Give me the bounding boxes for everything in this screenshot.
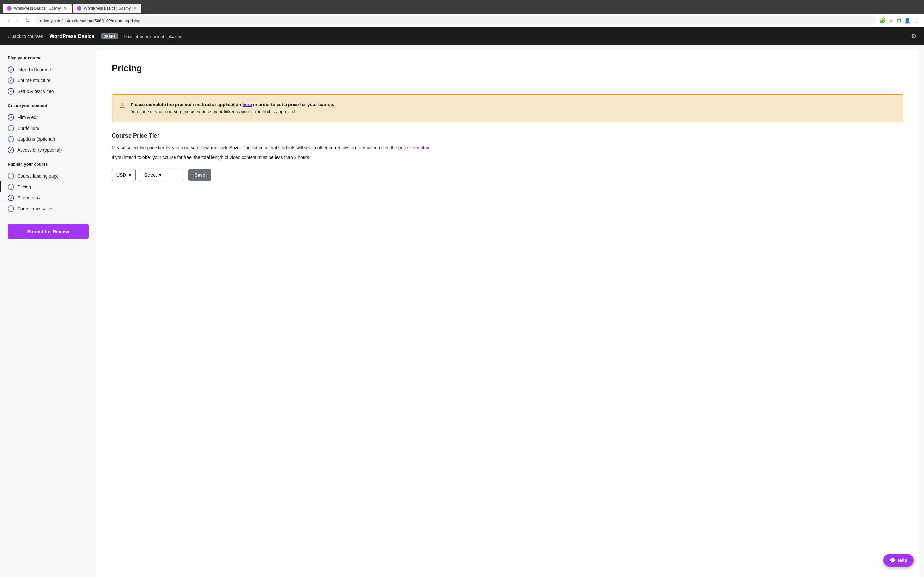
app-header: ‹ Back to courses WordPress Basics DRAFT…	[0, 27, 924, 45]
course-price-tier-title: Course Price Tier	[111, 132, 903, 139]
currency-dropdown[interactable]: USD ▾	[111, 169, 136, 181]
sidebar-item-curriculum[interactable]: Curriculum	[8, 123, 89, 134]
help-button[interactable]: 💬 Help	[883, 554, 914, 567]
sidebar-item-setup-test-video[interactable]: Setup & test video	[8, 86, 89, 97]
sidebar: Plan your course Intended learners Cours…	[0, 45, 96, 577]
price-controls: USD ▾ Select ▾ Save	[111, 169, 903, 181]
warning-main-text: Please complete the premium instructor a…	[131, 101, 334, 108]
price-tier-matrix-link[interactable]: price tier matrix	[399, 145, 429, 150]
circle-icon-captions	[8, 136, 14, 142]
page-title: Pricing	[111, 63, 903, 73]
menu-icon[interactable]: ⋮	[914, 18, 919, 24]
sidebar-item-intended-learners[interactable]: Intended learners	[8, 64, 89, 75]
sidebar-create-section-title: Create your content	[8, 103, 89, 108]
tab-close-1[interactable]: ✕	[63, 6, 67, 11]
profile-icon[interactable]: 👤	[904, 18, 911, 24]
save-button[interactable]: Save	[188, 169, 212, 181]
course-title: WordPress Basics	[49, 33, 94, 39]
tab-favicon-2	[77, 6, 81, 11]
sidebar-label-course-structure: Course structure	[17, 78, 50, 83]
check-icon-course-structure	[8, 77, 14, 84]
back-arrow-icon: ‹	[8, 34, 9, 39]
price-select-arrow-icon: ▾	[159, 172, 162, 177]
check-icon-setup-test-video	[8, 88, 14, 95]
sidebar-item-captions[interactable]: Captions (optional)	[8, 134, 89, 145]
warning-icon: ⚠	[120, 102, 126, 115]
sidebar-label-pricing: Pricing	[17, 184, 31, 189]
sidebar-label-captions: Captions (optional)	[17, 137, 55, 142]
extension-icon[interactable]: 🧩	[879, 18, 886, 24]
grid-icon[interactable]: ⊞	[897, 18, 901, 24]
back-to-courses-link[interactable]: ‹ Back to courses	[8, 34, 43, 39]
tab-close-2[interactable]: ✕	[133, 6, 137, 11]
price-tier-desc1: Please select the price tier for your co…	[111, 144, 903, 151]
back-to-courses-label: Back to courses	[11, 34, 43, 39]
price-tier-select[interactable]: Select ▾	[140, 169, 184, 181]
sidebar-label-setup-test-video: Setup & test video	[17, 89, 54, 94]
circle-icon-curriculum	[8, 125, 14, 131]
check-icon-promotions	[8, 195, 14, 201]
browser-chrome: WordPress Basics | Udemy ✕ WordPress Bas…	[0, 0, 924, 27]
desc1-after: .	[429, 145, 430, 150]
circle-icon-course-messages	[8, 205, 14, 212]
tab-title-2: WordPress Basics | Udemy	[84, 6, 131, 11]
browser-tabs: WordPress Basics | Udemy ✕ WordPress Bas…	[0, 0, 924, 14]
desc1-before: Please select the price tier for your co…	[111, 145, 399, 150]
sidebar-label-course-messages: Course messages	[17, 206, 53, 211]
tab-favicon-1	[7, 6, 11, 11]
warning-here-link[interactable]: here	[242, 102, 252, 107]
sidebar-label-promotions: Promotions	[17, 195, 40, 200]
check-icon-intended-learners	[8, 66, 14, 73]
sidebar-item-course-structure[interactable]: Course structure	[8, 75, 89, 86]
settings-icon[interactable]: ⚙	[911, 33, 916, 40]
sidebar-plan-section-title: Plan your course	[8, 55, 89, 60]
browser-address-bar: ‹ › ↻ 🧩 ☆ ⊞ 👤 ⋮	[0, 14, 924, 27]
warning-text-content: Please complete the premium instructor a…	[131, 101, 334, 115]
sidebar-item-course-landing-page[interactable]: Course landing page	[8, 171, 89, 181]
sidebar-label-intended-learners: Intended learners	[17, 67, 52, 72]
sidebar-label-film-edit: Film & edit	[17, 115, 39, 120]
tab-title-1: WordPress Basics | Udemy	[14, 6, 61, 11]
new-tab-button[interactable]: +	[142, 3, 152, 14]
upload-status: 0min of video content uploaded	[124, 34, 183, 39]
warning-strong-text: Please complete the premium instructor a…	[131, 102, 334, 107]
warning-text-before: Please complete the premium instructor a…	[131, 102, 242, 107]
main-content: Pricing ⚠ Please complete the premium in…	[96, 50, 919, 577]
section-divider	[111, 84, 903, 84]
sidebar-item-film-edit[interactable]: Film & edit	[8, 112, 89, 123]
sidebar-item-course-messages[interactable]: Course messages	[8, 203, 89, 214]
circle-icon-course-landing-page	[8, 173, 14, 179]
sidebar-label-curriculum: Curriculum	[17, 126, 39, 131]
check-icon-accessibility	[8, 147, 14, 153]
sidebar-publish-section-title: Publish your course	[8, 162, 89, 167]
warning-text-after: in order to set a price for your course.	[252, 102, 334, 107]
warning-banner: ⚠ Please complete the premium instructor…	[111, 94, 903, 122]
sidebar-item-accessibility[interactable]: Accessibility (optional)	[8, 145, 89, 155]
nav-back-button[interactable]: ‹	[5, 16, 11, 25]
price-tier-desc2: If you intend to offer your course for f…	[111, 154, 903, 161]
star-icon[interactable]: ☆	[889, 18, 893, 24]
price-select-label: Select	[144, 172, 157, 177]
sidebar-label-course-landing-page: Course landing page	[17, 173, 59, 179]
sidebar-label-accessibility: Accessibility (optional)	[17, 147, 62, 153]
sidebar-item-promotions[interactable]: Promotions	[8, 192, 89, 203]
page-layout: Plan your course Intended learners Cours…	[0, 45, 924, 577]
browser-actions: 🧩 ☆ ⊞ 👤 ⋮	[879, 18, 919, 24]
sidebar-item-pricing[interactable]: Pricing	[8, 181, 89, 192]
address-bar-input[interactable]	[35, 16, 876, 25]
nav-reload-button[interactable]: ↻	[23, 16, 32, 25]
help-icon: 💬	[890, 558, 895, 563]
help-label: Help	[898, 558, 907, 563]
browser-tab-2[interactable]: WordPress Basics | Udemy ✕	[73, 3, 142, 13]
browser-tab-1[interactable]: WordPress Basics | Udemy ✕	[3, 3, 72, 13]
nav-forward-button[interactable]: ›	[14, 16, 20, 25]
circle-icon-pricing	[8, 184, 14, 190]
warning-sub-text: You can set your course price as soon as…	[131, 108, 334, 115]
currency-arrow-icon: ▾	[129, 172, 131, 177]
submit-for-review-button[interactable]: Submit for Review	[8, 224, 89, 239]
draft-badge: DRAFT	[101, 33, 118, 39]
check-icon-film-edit	[8, 114, 14, 121]
currency-label: USD	[116, 172, 126, 177]
tab-more-button[interactable]: ⋮	[911, 3, 921, 13]
